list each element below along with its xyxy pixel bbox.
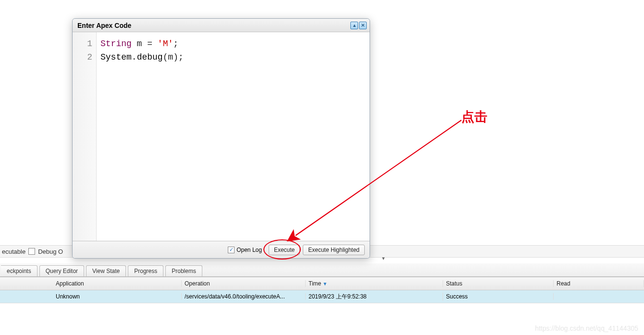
keyword-string: String <box>100 39 132 49</box>
cell-operation: /services/data/v46.0/tooling/executeA... <box>182 293 306 300</box>
string-literal: 'M' <box>158 39 173 49</box>
close-icon[interactable]: ✕ <box>359 22 367 29</box>
sort-desc-icon: ▼ <box>322 281 327 286</box>
grid-header: Application Operation Time▼ Status Read <box>0 277 644 290</box>
line-number-1: 1 <box>73 37 92 50</box>
open-log-label: Open Log <box>236 247 262 253</box>
tab-checkpoints[interactable]: eckpoints <box>1 265 37 276</box>
debug-fn: debug <box>137 52 163 62</box>
col-status[interactable]: Status <box>443 280 554 287</box>
dot: . <box>132 52 137 62</box>
tab-view-state[interactable]: View State <box>86 265 126 276</box>
semicolon-1: ; <box>173 39 178 49</box>
open-log-checkbox[interactable]: ✓ <box>228 247 235 253</box>
semicolon-2: ; <box>178 52 184 62</box>
dialog-titlebar[interactable]: Enter Apex Code ▴ ✕ <box>73 19 370 32</box>
col-read[interactable]: Read <box>554 280 644 287</box>
dialog-title: Enter Apex Code <box>77 22 131 29</box>
code-editor[interactable]: 1 2 String m = 'M'; System.debug(m); <box>73 32 370 241</box>
watermark: https://blog.csdn.net/qq_41144305 <box>535 324 638 332</box>
col-application[interactable]: Application <box>53 280 182 287</box>
col-operation[interactable]: Operation <box>182 280 306 287</box>
annotation-click-label: 点击 <box>461 108 487 125</box>
expand-arrow-icon[interactable]: ▾ <box>382 255 385 261</box>
tab-problems[interactable]: Problems <box>165 265 202 276</box>
logs-grid: Application Operation Time▼ Status Read … <box>0 277 644 303</box>
line-number-2: 2 <box>73 50 92 64</box>
debug-only-checkbox[interactable] <box>28 248 35 255</box>
fn-args: (m) <box>163 52 178 62</box>
system-ident: System <box>100 52 132 62</box>
enter-apex-code-dialog: Enter Apex Code ▴ ✕ 1 2 String m = 'M'; … <box>72 18 370 259</box>
code-text: m = <box>132 39 158 49</box>
minimize-icon[interactable]: ▴ <box>350 22 358 29</box>
table-row[interactable]: Unknown /services/data/v46.0/tooling/exe… <box>0 290 644 303</box>
debug-only-label: Debug O <box>38 248 63 255</box>
cell-application: Unknown <box>53 293 182 300</box>
bottom-tabs: eckpoints Query Editor View State Progre… <box>0 263 644 277</box>
dialog-footer: ✓ Open Log Execute Execute Highlighted <box>73 241 370 258</box>
cell-time: 2019/9/23 上午9:52:38 <box>306 293 443 301</box>
tab-query-editor[interactable]: Query Editor <box>39 265 84 276</box>
cell-status: Success <box>443 293 554 300</box>
col-time-label: Time <box>309 280 321 287</box>
code-content[interactable]: String m = 'M'; System.debug(m); <box>97 32 188 241</box>
tab-progress[interactable]: Progress <box>128 265 163 276</box>
line-gutter: 1 2 <box>73 32 97 241</box>
executable-label: ecutable <box>2 248 25 255</box>
execute-highlighted-button[interactable]: Execute Highlighted <box>303 245 365 255</box>
col-time[interactable]: Time▼ <box>306 280 443 287</box>
open-log-checkbox-wrap[interactable]: ✓ Open Log <box>228 247 262 253</box>
execute-button[interactable]: Execute <box>269 245 300 255</box>
